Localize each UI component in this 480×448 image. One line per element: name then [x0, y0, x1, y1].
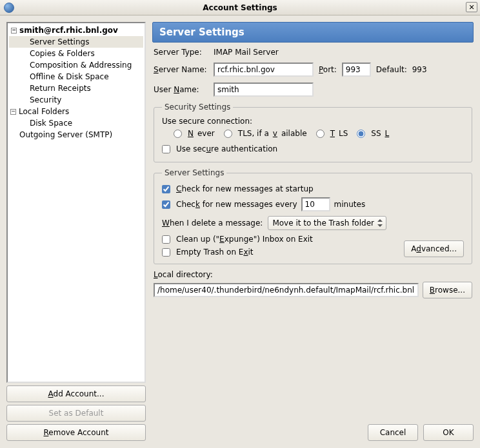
local-directory-input[interactable]: [154, 283, 419, 297]
close-button[interactable]: ✕: [466, 2, 477, 12]
browse-button[interactable]: Browse...: [423, 282, 472, 298]
set-default-button: Set as Default: [6, 405, 146, 422]
radio-tls-available[interactable]: TLS, if available: [224, 127, 307, 140]
tree-account-smtp[interactable]: Outgoing Server (SMTP): [9, 129, 143, 141]
security-legend: Security Settings: [162, 102, 233, 112]
check-every-checkbox[interactable]: Check for new messages every minutes: [162, 195, 464, 213]
right-column: Server Settings Server Type: IMAP Mail S…: [152, 22, 474, 441]
tree-item-disk-space[interactable]: Disk Space: [9, 117, 143, 129]
tree-account-1[interactable]: − Local Folders: [9, 106, 143, 117]
tree-item-server-settings[interactable]: Server Settings: [9, 36, 143, 48]
radio-tls[interactable]: TLS: [316, 127, 348, 140]
default-port-label: Default:: [376, 65, 407, 74]
secure-connection-label: Use secure connection:: [162, 117, 464, 126]
tree-label: Local Folders: [19, 107, 69, 116]
port-label: Port:: [319, 65, 337, 74]
tree-item-composition[interactable]: Composition & Addressing: [9, 59, 143, 71]
delete-label: When I delete a message:: [162, 219, 263, 228]
local-directory-section: Local directory: Browse...: [154, 270, 472, 298]
panel-heading: Server Settings: [152, 22, 474, 43]
collapse-icon[interactable]: −: [11, 28, 17, 34]
remove-account-button[interactable]: Remove Account: [6, 424, 146, 441]
check-interval-input[interactable]: [301, 197, 330, 211]
radio-never[interactable]: Never: [174, 127, 215, 140]
server-legend: Server Settings: [162, 168, 226, 177]
window-title: Account Settings: [0, 3, 480, 12]
dialog-content: − smith@rcf.rhic.bnl.gov Server Settings…: [0, 15, 480, 447]
advanced-button[interactable]: Advanced...: [404, 240, 464, 257]
tree-label: smith@rcf.rhic.bnl.gov: [19, 26, 118, 35]
tree-item-offline[interactable]: Offline & Disk Space: [9, 71, 143, 83]
tree-item-return-receipts[interactable]: Return Receipts: [9, 83, 143, 94]
server-settings-group: Server Settings Check for new messages a…: [154, 168, 472, 264]
radio-ssl[interactable]: SSL: [357, 127, 389, 140]
server-name-label: Server Name:: [154, 65, 208, 74]
local-directory-label: Local directory:: [154, 270, 472, 279]
server-type-label: Server Type:: [154, 48, 208, 57]
add-account-button[interactable]: Add Account...: [6, 385, 146, 402]
form-area: Server Type: IMAP Mail Server Server Nam…: [152, 43, 474, 304]
secure-connection-radios: Never TLS, if available TLS SSL: [162, 126, 464, 142]
collapse-icon[interactable]: −: [10, 109, 16, 115]
server-name-input[interactable]: [214, 63, 314, 77]
delete-action-select[interactable]: Move it to the Trash folder: [268, 216, 386, 230]
user-name-input[interactable]: [214, 83, 314, 97]
default-port-value: 993: [412, 65, 427, 74]
user-name-label: User Name:: [154, 85, 208, 94]
app-icon: [4, 3, 14, 13]
tree-item-security[interactable]: Security: [9, 94, 143, 106]
secure-auth-checkbox[interactable]: Use secure authentication: [162, 142, 464, 155]
server-type-row: Server Type: IMAP Mail Server: [154, 48, 472, 57]
user-name-row: User Name:: [154, 83, 472, 97]
titlebar: Account Settings ✕: [0, 0, 480, 15]
tree-label: Outgoing Server (SMTP): [19, 130, 112, 139]
server-type-value: IMAP Mail Server: [214, 48, 279, 57]
tree-item-copies-folders[interactable]: Copies & Folders: [9, 48, 143, 59]
dialog-buttons: Cancel OK: [152, 419, 474, 441]
cancel-button[interactable]: Cancel: [368, 424, 418, 441]
security-settings-group: Security Settings Use secure connection:…: [154, 102, 472, 162]
delete-row: When I delete a message: Move it to the …: [162, 213, 464, 233]
account-tree[interactable]: − smith@rcf.rhic.bnl.gov Server Settings…: [6, 22, 146, 383]
ok-button[interactable]: OK: [423, 424, 474, 441]
server-name-row: Server Name: Port: Default: 993: [154, 63, 472, 77]
check-startup-checkbox[interactable]: Check for new messages at startup: [162, 182, 464, 195]
tree-account-0[interactable]: − smith@rcf.rhic.bnl.gov: [9, 24, 143, 36]
left-column: − smith@rcf.rhic.bnl.gov Server Settings…: [6, 22, 146, 441]
port-input[interactable]: [342, 63, 371, 77]
